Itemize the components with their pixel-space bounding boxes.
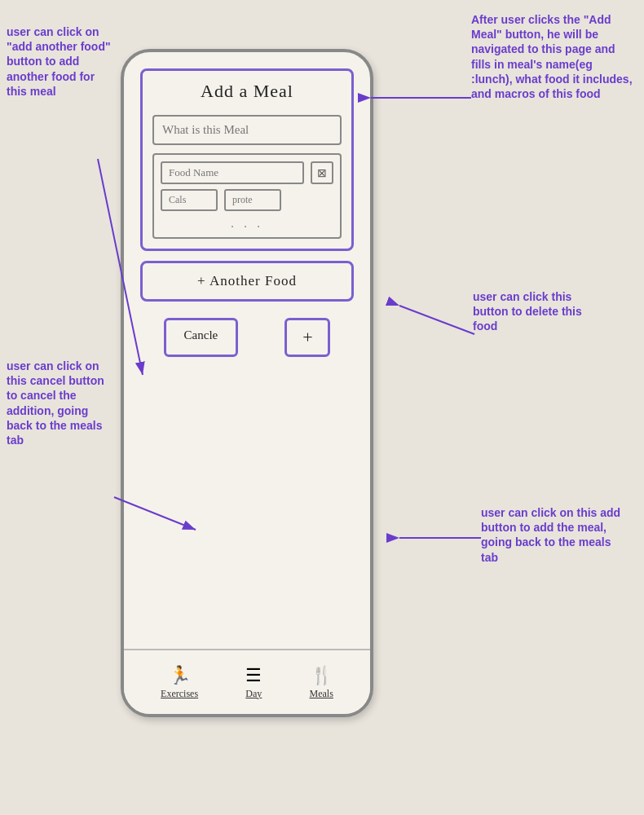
phone-content: Add a Meal ⊠ . . . + Another Food — [124, 60, 370, 649]
add-btn-wrapper: + — [285, 318, 330, 357]
meals-icon: 🍴 — [311, 665, 333, 686]
annotation-add-btn: user can click on this add button to add… — [481, 505, 628, 565]
protein-input[interactable] — [224, 189, 281, 211]
delete-food-button[interactable]: ⊠ — [311, 161, 333, 184]
annotation-cancel: user can click on this cancel button to … — [7, 359, 117, 447]
food-item-row: ⊠ — [161, 161, 333, 184]
bottom-nav: 🏃 Exercises ☰ Day 🍴 Meals — [124, 649, 370, 714]
page-title: Add a Meal — [152, 81, 342, 107]
annotation-delete-food: user can click this button to delete thi… — [473, 289, 607, 334]
nav-item-exercises[interactable]: 🏃 Exercises — [161, 665, 198, 700]
nav-item-meals[interactable]: 🍴 Meals — [310, 665, 333, 700]
annotation-add-meal-note: After user clicks the "Add Meal" button,… — [471, 12, 634, 101]
cals-input[interactable] — [161, 189, 218, 211]
cancel-button[interactable]: Cancle — [166, 320, 236, 350]
food-item: ⊠ . . . — [152, 153, 342, 239]
add-meal-button[interactable]: + — [287, 320, 328, 355]
meals-label: Meals — [310, 688, 333, 700]
exercises-label: Exercises — [161, 688, 198, 700]
meal-name-input[interactable] — [152, 115, 342, 145]
nav-item-day[interactable]: ☰ Day — [245, 665, 262, 700]
macros-row — [161, 189, 333, 211]
annotation-add-food: user can click on "add another food" but… — [7, 24, 112, 99]
more-indicator: . . . — [161, 216, 333, 231]
day-icon: ☰ — [245, 665, 262, 686]
exercises-icon: 🏃 — [169, 665, 191, 686]
svg-line-5 — [399, 306, 474, 334]
food-name-input[interactable] — [161, 161, 304, 184]
action-buttons: Cancle + — [140, 318, 354, 357]
meal-section: Add a Meal ⊠ . . . — [140, 68, 354, 251]
cancel-btn-wrapper: Cancle — [164, 318, 239, 357]
day-label: Day — [245, 688, 262, 700]
add-food-section: + Another Food — [140, 261, 354, 302]
add-another-food-button[interactable]: + Another Food — [143, 263, 351, 299]
phone-mockup: Add a Meal ⊠ . . . + Another Food — [121, 49, 373, 717]
